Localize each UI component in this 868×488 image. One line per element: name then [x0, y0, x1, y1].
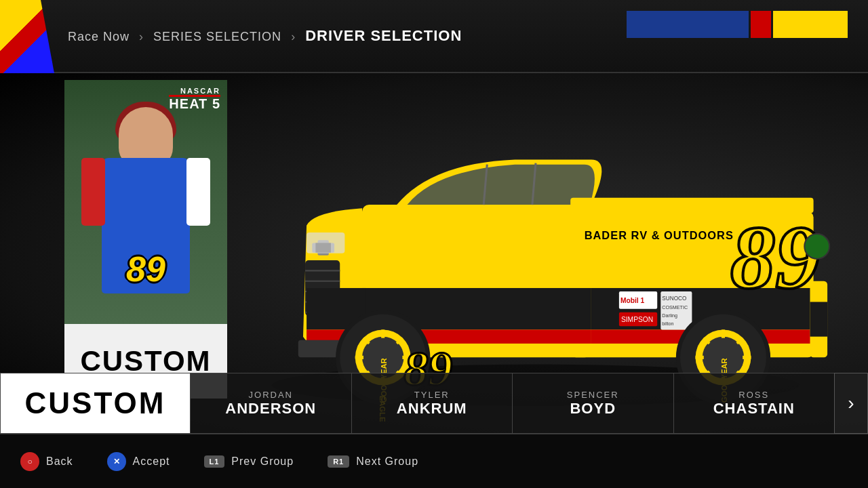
svg-rect-63 [570, 198, 813, 214]
svg-text:BADER RV & OUTDOORS: BADER RV & OUTDOORS [585, 229, 734, 241]
next-group-control: R1 Next Group [328, 455, 418, 468]
svg-rect-21 [307, 232, 344, 253]
breadcrumb: Race Now › SERIES SELECTION › DRIVER SEL… [68, 27, 462, 45]
driver-body: 89 [102, 158, 190, 293]
prev-group-control: L1 Prev Group [204, 455, 294, 468]
heat5-text: HEAT 5 [169, 97, 220, 110]
boyd-firstname: SPENCER [567, 390, 619, 400]
driver-portrait: NASCAR HEAT 5 ★ ★ 89 [64, 80, 227, 324]
breadcrumb-sep1: › [139, 30, 144, 43]
boyd-lastname: BOYD [570, 400, 616, 418]
accept-button-icon[interactable]: ✕ [107, 452, 126, 471]
nascar-text: NASCAR [169, 87, 220, 95]
breadcrumb-driver: DRIVER SELECTION [305, 27, 462, 44]
prev-group-shoulder: L1 [204, 455, 225, 468]
anderson-lastname: ANDERSON [225, 400, 316, 418]
breadcrumb-series[interactable]: SERIES SELECTION [153, 30, 281, 43]
back-control: ○ Back [20, 452, 73, 471]
breadcrumb-sep2: › [291, 30, 296, 43]
chastain-lastname: CHASTAIN [713, 400, 795, 418]
selector-bar: CUSTOM JORDAN ANDERSON TYLER ANKRUM SPEN… [0, 373, 868, 434]
suit-shoulder-left [81, 158, 105, 226]
ankrum-lastname: ANKRUM [397, 400, 467, 418]
next-group-shoulder: R1 [328, 455, 349, 468]
driver-slot-chastain[interactable]: ROSS CHASTAIN [673, 373, 835, 434]
suit-shoulder-right [186, 158, 210, 226]
breadcrumb-racenow[interactable]: Race Now [68, 30, 130, 43]
next-group-arrow[interactable]: › [834, 373, 868, 434]
driver-figure: ★ ★ 89 [78, 94, 214, 324]
back-button-icon[interactable]: ○ [20, 452, 39, 471]
next-group-label: Next Group [356, 455, 418, 468]
svg-rect-61 [810, 302, 827, 336]
suit-number: 89 [126, 251, 165, 287]
anderson-firstname: JORDAN [249, 390, 293, 400]
svg-text:Darling: Darling [662, 313, 677, 319]
driver-slot-anderson[interactable]: JORDAN ANDERSON [190, 373, 351, 434]
driver-card: NASCAR HEAT 5 ★ ★ 89 CU [64, 80, 227, 399]
bottom-bar: ○ Back ✕ Accept L1 Prev Group R1 Next Gr… [0, 434, 868, 488]
driver-slot-ankrum[interactable]: TYLER ANKRUM [351, 373, 513, 434]
svg-text:Mobil 1: Mobil 1 [620, 297, 645, 304]
svg-text:bilton: bilton [662, 321, 673, 327]
accept-label: Accept [133, 455, 170, 468]
top-bar: Race Now › SERIES SELECTION › DRIVER SEL… [0, 0, 868, 73]
svg-text:COSMETIC: COSMETIC [662, 305, 688, 310]
driver-slot-custom[interactable]: CUSTOM [0, 373, 190, 434]
driver-slot-boyd[interactable]: SPENCER BOYD [512, 373, 673, 434]
back-label: Back [46, 455, 73, 468]
svg-text:SUNOCO: SUNOCO [662, 296, 686, 302]
svg-text:SIMPSON: SIMPSON [621, 316, 653, 323]
nascar-logo-bar [0, 0, 54, 73]
ankrum-firstname: TYLER [414, 390, 450, 400]
svg-point-62 [804, 234, 829, 259]
accept-control: ✕ Accept [107, 452, 170, 471]
custom-label: CUSTOM [25, 386, 166, 420]
nascar-right-logo [631, 5, 848, 43]
svg-text:89: 89 [730, 207, 821, 308]
prev-group-label: Prev Group [231, 455, 294, 468]
nh5-logo: NASCAR HEAT 5 [169, 87, 220, 110]
chastain-firstname: ROSS [738, 390, 769, 400]
